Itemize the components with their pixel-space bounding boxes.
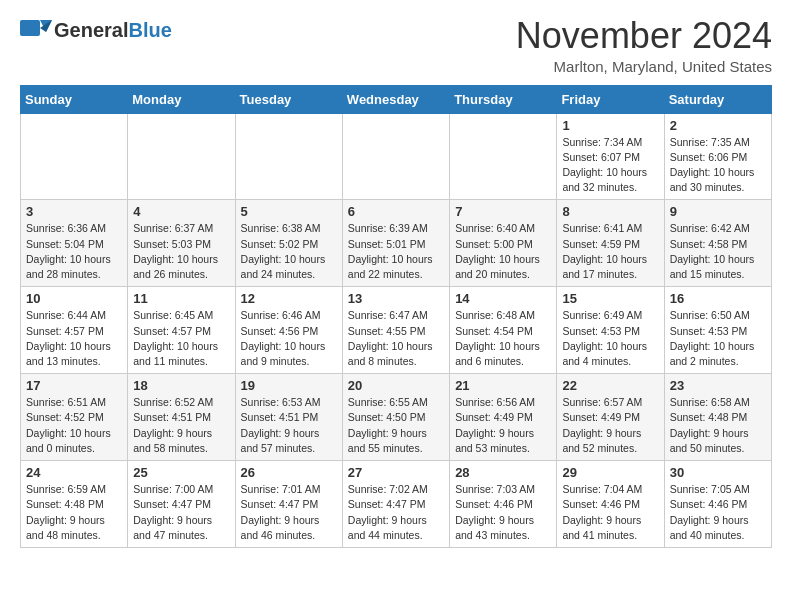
calendar-cell: 4Sunrise: 6:37 AM Sunset: 5:03 PM Daylig… [128, 200, 235, 287]
day-number: 12 [241, 291, 337, 306]
day-number: 20 [348, 378, 444, 393]
day-info: Sunrise: 6:48 AM Sunset: 4:54 PM Dayligh… [455, 308, 551, 369]
weekday-header-row: SundayMondayTuesdayWednesdayThursdayFrid… [21, 85, 772, 113]
calendar-cell: 12Sunrise: 6:46 AM Sunset: 4:56 PM Dayli… [235, 287, 342, 374]
day-number: 15 [562, 291, 658, 306]
calendar-cell: 13Sunrise: 6:47 AM Sunset: 4:55 PM Dayli… [342, 287, 449, 374]
calendar-cell: 5Sunrise: 6:38 AM Sunset: 5:02 PM Daylig… [235, 200, 342, 287]
calendar-cell [21, 113, 128, 200]
day-info: Sunrise: 7:35 AM Sunset: 6:06 PM Dayligh… [670, 135, 766, 196]
day-info: Sunrise: 7:34 AM Sunset: 6:07 PM Dayligh… [562, 135, 658, 196]
calendar-cell: 25Sunrise: 7:00 AM Sunset: 4:47 PM Dayli… [128, 461, 235, 548]
day-info: Sunrise: 6:38 AM Sunset: 5:02 PM Dayligh… [241, 221, 337, 282]
calendar-cell: 20Sunrise: 6:55 AM Sunset: 4:50 PM Dayli… [342, 374, 449, 461]
day-info: Sunrise: 6:41 AM Sunset: 4:59 PM Dayligh… [562, 221, 658, 282]
calendar-cell: 18Sunrise: 6:52 AM Sunset: 4:51 PM Dayli… [128, 374, 235, 461]
calendar-cell: 6Sunrise: 6:39 AM Sunset: 5:01 PM Daylig… [342, 200, 449, 287]
calendar-cell [450, 113, 557, 200]
day-info: Sunrise: 7:02 AM Sunset: 4:47 PM Dayligh… [348, 482, 444, 543]
calendar-cell: 16Sunrise: 6:50 AM Sunset: 4:53 PM Dayli… [664, 287, 771, 374]
day-info: Sunrise: 6:59 AM Sunset: 4:48 PM Dayligh… [26, 482, 122, 543]
day-info: Sunrise: 6:42 AM Sunset: 4:58 PM Dayligh… [670, 221, 766, 282]
day-number: 17 [26, 378, 122, 393]
calendar-cell: 3Sunrise: 6:36 AM Sunset: 5:04 PM Daylig… [21, 200, 128, 287]
day-info: Sunrise: 6:52 AM Sunset: 4:51 PM Dayligh… [133, 395, 229, 456]
day-info: Sunrise: 6:50 AM Sunset: 4:53 PM Dayligh… [670, 308, 766, 369]
day-number: 2 [670, 118, 766, 133]
calendar-cell: 2Sunrise: 7:35 AM Sunset: 6:06 PM Daylig… [664, 113, 771, 200]
month-title: November 2024 [516, 16, 772, 56]
location: Marlton, Maryland, United States [516, 58, 772, 75]
day-number: 18 [133, 378, 229, 393]
day-info: Sunrise: 7:05 AM Sunset: 4:46 PM Dayligh… [670, 482, 766, 543]
day-info: Sunrise: 6:40 AM Sunset: 5:00 PM Dayligh… [455, 221, 551, 282]
day-info: Sunrise: 6:45 AM Sunset: 4:57 PM Dayligh… [133, 308, 229, 369]
calendar-table: SundayMondayTuesdayWednesdayThursdayFrid… [20, 85, 772, 548]
calendar-cell: 15Sunrise: 6:49 AM Sunset: 4:53 PM Dayli… [557, 287, 664, 374]
calendar-week-row: 3Sunrise: 6:36 AM Sunset: 5:04 PM Daylig… [21, 200, 772, 287]
calendar-cell: 14Sunrise: 6:48 AM Sunset: 4:54 PM Dayli… [450, 287, 557, 374]
page: GeneralBlue November 2024 Marlton, Maryl… [0, 0, 792, 564]
day-info: Sunrise: 6:49 AM Sunset: 4:53 PM Dayligh… [562, 308, 658, 369]
header: GeneralBlue November 2024 Marlton, Maryl… [20, 16, 772, 75]
day-info: Sunrise: 6:53 AM Sunset: 4:51 PM Dayligh… [241, 395, 337, 456]
day-number: 6 [348, 204, 444, 219]
day-info: Sunrise: 6:56 AM Sunset: 4:49 PM Dayligh… [455, 395, 551, 456]
day-info: Sunrise: 6:36 AM Sunset: 5:04 PM Dayligh… [26, 221, 122, 282]
calendar-cell: 7Sunrise: 6:40 AM Sunset: 5:00 PM Daylig… [450, 200, 557, 287]
calendar-cell: 24Sunrise: 6:59 AM Sunset: 4:48 PM Dayli… [21, 461, 128, 548]
calendar-cell: 30Sunrise: 7:05 AM Sunset: 4:46 PM Dayli… [664, 461, 771, 548]
day-number: 22 [562, 378, 658, 393]
day-number: 1 [562, 118, 658, 133]
weekday-header-friday: Friday [557, 85, 664, 113]
logo-icon [20, 16, 52, 44]
day-info: Sunrise: 6:58 AM Sunset: 4:48 PM Dayligh… [670, 395, 766, 456]
calendar-week-row: 10Sunrise: 6:44 AM Sunset: 4:57 PM Dayli… [21, 287, 772, 374]
calendar-cell: 27Sunrise: 7:02 AM Sunset: 4:47 PM Dayli… [342, 461, 449, 548]
day-info: Sunrise: 6:57 AM Sunset: 4:49 PM Dayligh… [562, 395, 658, 456]
logo: GeneralBlue [20, 16, 172, 44]
day-number: 26 [241, 465, 337, 480]
day-number: 24 [26, 465, 122, 480]
svg-rect-0 [20, 20, 40, 36]
day-info: Sunrise: 6:39 AM Sunset: 5:01 PM Dayligh… [348, 221, 444, 282]
calendar-cell: 23Sunrise: 6:58 AM Sunset: 4:48 PM Dayli… [664, 374, 771, 461]
day-number: 9 [670, 204, 766, 219]
day-info: Sunrise: 7:00 AM Sunset: 4:47 PM Dayligh… [133, 482, 229, 543]
calendar-cell [235, 113, 342, 200]
day-number: 13 [348, 291, 444, 306]
calendar-week-row: 17Sunrise: 6:51 AM Sunset: 4:52 PM Dayli… [21, 374, 772, 461]
calendar-cell [128, 113, 235, 200]
calendar-cell: 10Sunrise: 6:44 AM Sunset: 4:57 PM Dayli… [21, 287, 128, 374]
day-info: Sunrise: 6:37 AM Sunset: 5:03 PM Dayligh… [133, 221, 229, 282]
logo-blue: Blue [128, 19, 171, 41]
day-number: 28 [455, 465, 551, 480]
day-info: Sunrise: 6:46 AM Sunset: 4:56 PM Dayligh… [241, 308, 337, 369]
day-number: 21 [455, 378, 551, 393]
weekday-header-tuesday: Tuesday [235, 85, 342, 113]
title-block: November 2024 Marlton, Maryland, United … [516, 16, 772, 75]
calendar-cell: 29Sunrise: 7:04 AM Sunset: 4:46 PM Dayli… [557, 461, 664, 548]
day-info: Sunrise: 6:55 AM Sunset: 4:50 PM Dayligh… [348, 395, 444, 456]
day-number: 16 [670, 291, 766, 306]
day-number: 4 [133, 204, 229, 219]
day-number: 23 [670, 378, 766, 393]
calendar-cell [342, 113, 449, 200]
calendar-cell: 22Sunrise: 6:57 AM Sunset: 4:49 PM Dayli… [557, 374, 664, 461]
day-number: 25 [133, 465, 229, 480]
weekday-header-saturday: Saturday [664, 85, 771, 113]
day-number: 14 [455, 291, 551, 306]
weekday-header-sunday: Sunday [21, 85, 128, 113]
calendar-cell: 8Sunrise: 6:41 AM Sunset: 4:59 PM Daylig… [557, 200, 664, 287]
day-number: 10 [26, 291, 122, 306]
day-info: Sunrise: 7:04 AM Sunset: 4:46 PM Dayligh… [562, 482, 658, 543]
weekday-header-wednesday: Wednesday [342, 85, 449, 113]
day-info: Sunrise: 6:44 AM Sunset: 4:57 PM Dayligh… [26, 308, 122, 369]
calendar-cell: 28Sunrise: 7:03 AM Sunset: 4:46 PM Dayli… [450, 461, 557, 548]
calendar-week-row: 24Sunrise: 6:59 AM Sunset: 4:48 PM Dayli… [21, 461, 772, 548]
weekday-header-thursday: Thursday [450, 85, 557, 113]
day-number: 8 [562, 204, 658, 219]
logo-general: General [54, 19, 128, 41]
day-info: Sunrise: 7:01 AM Sunset: 4:47 PM Dayligh… [241, 482, 337, 543]
calendar-cell: 17Sunrise: 6:51 AM Sunset: 4:52 PM Dayli… [21, 374, 128, 461]
